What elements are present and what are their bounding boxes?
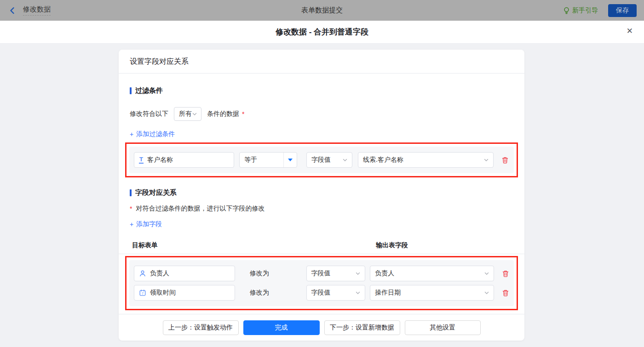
condition-suffix: 条件的数据 (207, 110, 239, 118)
other-settings-button[interactable]: 其他设置 (405, 320, 481, 335)
filter-value-select[interactable]: 线索.客户名称 (358, 152, 494, 168)
next-step-button[interactable]: 下一步：设置新增数据 (324, 320, 400, 335)
add-filter-condition-label: 添加过滤条件 (136, 130, 175, 138)
back-button[interactable] (7, 6, 17, 16)
operator-value: 等于 (244, 156, 257, 164)
trash-icon (501, 156, 509, 164)
target-field-input[interactable]: 负责人 (134, 266, 235, 281)
modal-header: 修改数据 - 合并到普通字段 ✕ (0, 21, 644, 44)
output-field-value: 负责人 (375, 269, 394, 278)
filter-condition-row: T 客户名称 等于 字段值 线索.客户名称 (129, 147, 514, 173)
mapping-annotation-box: 负责人 修改为 字段值 负责人 (125, 256, 518, 310)
mapping-column-headers: 目标表单 输出表字段 (119, 239, 524, 254)
modal-body: 设置字段对应关系 过滤条件 修改符合以下 所有 条件的数据 * + 添加过滤条件 (0, 44, 644, 347)
back-icon (9, 7, 16, 14)
topbar: 修改数据 表单数据提交 新手引导 保存 (0, 0, 644, 21)
section-bar (130, 87, 132, 94)
operator-select[interactable]: 等于 (239, 152, 297, 168)
chevron-down-icon (342, 157, 348, 163)
filter-section-label: 过滤条件 (135, 86, 163, 95)
plus-icon: + (130, 221, 133, 228)
chevron-down-icon (355, 290, 361, 296)
svg-text:7: 7 (142, 292, 144, 295)
delete-field-button[interactable] (502, 289, 509, 297)
action-label: 修改为 (250, 289, 306, 297)
close-icon[interactable]: ✕ (627, 27, 633, 35)
target-field-value: 领取时间 (150, 289, 176, 297)
beginner-guide-label: 新手引导 (572, 6, 598, 15)
target-field-value: 负责人 (150, 269, 169, 278)
filter-field-value: 客户名称 (147, 156, 173, 164)
topbar-left: 修改数据 (7, 5, 51, 16)
chevron-down-icon (484, 271, 489, 276)
value-type-value: 字段值 (311, 269, 331, 278)
prev-step-button[interactable]: 上一步：设置触发动作 (163, 320, 239, 335)
value-type-select[interactable]: 字段值 (306, 285, 366, 301)
page-title: 表单数据提交 (0, 6, 644, 15)
caret-down-icon (288, 159, 293, 161)
done-button[interactable]: 完成 (243, 320, 320, 335)
save-button[interactable]: 保存 (608, 4, 637, 17)
operator-caret-zone[interactable] (283, 153, 297, 167)
output-field-select[interactable]: 操作日期 (370, 285, 494, 301)
user-icon (139, 270, 146, 277)
trash-icon (502, 270, 509, 278)
topbar-right: 新手引导 保存 (563, 4, 637, 17)
action-label: 修改为 (250, 269, 306, 278)
flow-name[interactable]: 修改数据 (23, 5, 51, 16)
scope-select-value: 所有 (179, 110, 192, 118)
add-field-label: 添加字段 (136, 220, 162, 228)
mapping-row: 负责人 修改为 字段值 负责人 (134, 266, 509, 281)
value-type-select[interactable]: 字段值 (306, 266, 366, 281)
scope-select[interactable]: 所有 (174, 107, 201, 121)
add-field-link[interactable]: + 添加字段 (130, 220, 162, 228)
output-field-select[interactable]: 负责人 (370, 266, 494, 281)
lightbulb-icon (563, 7, 570, 14)
filter-section-title: 过滤条件 (119, 86, 524, 95)
settings-card: 设置字段对应关系 过滤条件 修改符合以下 所有 条件的数据 * + 添加过滤条件 (119, 50, 524, 341)
delete-field-button[interactable] (502, 270, 509, 278)
output-field-value: 操作日期 (375, 289, 401, 297)
required-mark: * (242, 110, 244, 118)
plus-icon: + (130, 131, 133, 138)
filter-annotation-box: T 客户名称 等于 字段值 线索.客户名称 (125, 142, 518, 177)
modal-title: 修改数据 - 合并到普通字段 (276, 27, 368, 37)
card-body: 过滤条件 修改符合以下 所有 条件的数据 * + 添加过滤条件 T (119, 74, 524, 314)
column-output-fields: 输出表字段 (376, 241, 408, 250)
mapping-section-label: 字段对应关系 (135, 188, 177, 197)
mapping-description: * 对符合过滤条件的数据，进行以下字段的修改 (119, 205, 524, 213)
column-target-form: 目标表单 (132, 241, 158, 250)
required-mark: * (130, 205, 132, 212)
value-type-value: 字段值 (311, 156, 331, 164)
value-type-value: 字段值 (311, 289, 331, 297)
mapping-rows: 负责人 修改为 字段值 负责人 (129, 260, 514, 306)
value-type-select[interactable]: 字段值 (306, 152, 352, 168)
chevron-down-icon (484, 290, 489, 296)
target-field-input[interactable]: 7 领取时间 (134, 285, 235, 301)
chevron-down-icon (192, 111, 197, 117)
trash-icon (502, 289, 509, 297)
chevron-down-icon (483, 157, 489, 163)
mapping-section-title: 字段对应关系 (119, 188, 524, 197)
filter-value: 线索.客户名称 (363, 156, 403, 164)
calendar-icon: 7 (139, 289, 146, 296)
card-footer: 上一步：设置触发动作 完成 下一步：设置新增数据 其他设置 (119, 314, 524, 341)
delete-condition-button[interactable] (501, 156, 509, 164)
card-title: 设置字段对应关系 (119, 50, 524, 74)
text-field-icon: T (139, 156, 144, 164)
condition-prefix: 修改符合以下 (130, 110, 168, 118)
condition-line: 修改符合以下 所有 条件的数据 * (119, 107, 524, 121)
add-filter-condition-link[interactable]: + 添加过滤条件 (130, 130, 175, 138)
filter-field-input[interactable]: T 客户名称 (134, 152, 234, 168)
beginner-guide-link[interactable]: 新手引导 (563, 6, 598, 15)
mapping-row: 7 领取时间 修改为 字段值 操作日期 (134, 285, 509, 301)
chevron-down-icon (355, 271, 361, 276)
mapping-description-text: 对符合过滤条件的数据，进行以下字段的修改 (136, 205, 264, 213)
section-bar (130, 189, 132, 196)
